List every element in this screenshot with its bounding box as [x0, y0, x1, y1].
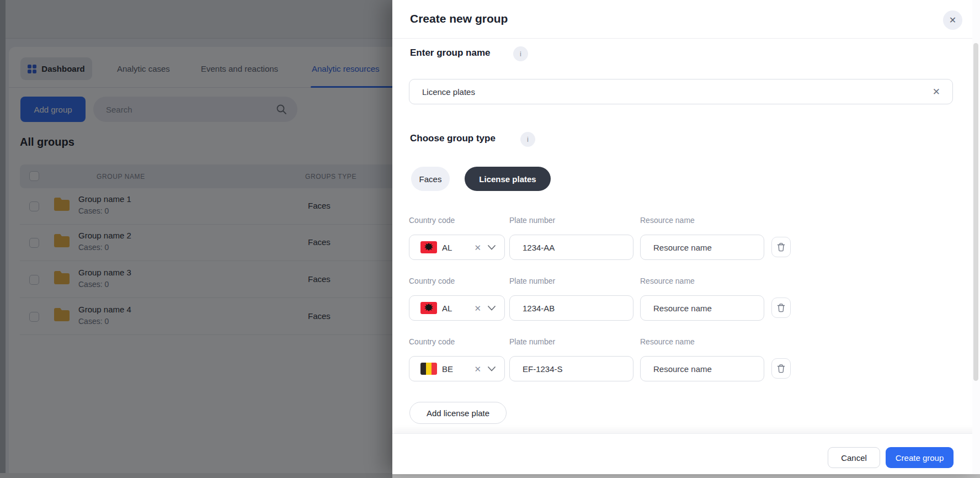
country-code-value: BE — [442, 364, 453, 374]
info-icon[interactable]: i — [513, 46, 528, 61]
resource-name-input[interactable] — [640, 295, 764, 321]
plate-number-input[interactable] — [509, 356, 633, 381]
country-code-value: AL — [442, 304, 452, 313]
group-type-option-license-plates[interactable]: License plates — [465, 167, 551, 191]
modal-scrollbar-thumb[interactable] — [973, 43, 978, 381]
resource-name-label: Resource name — [640, 277, 695, 285]
plate-number-label: Plate number — [509, 216, 555, 225]
delete-plate-row-button[interactable] — [771, 237, 791, 257]
resource-name-input[interactable] — [640, 235, 764, 260]
delete-plate-row-button[interactable] — [771, 358, 791, 379]
belgium-flag-icon — [420, 363, 437, 375]
clear-country-button[interactable]: ✕ — [472, 365, 483, 373]
app-window: Cameras Dashboard Analytic cases Events … — [0, 0, 980, 478]
country-code-select[interactable]: BE ✕ — [409, 356, 505, 381]
chevron-down-icon[interactable] — [488, 367, 496, 371]
group-name-field: ✕ — [409, 79, 953, 104]
horizontal-scrollbar-thumb[interactable] — [392, 474, 980, 478]
modal-title: Create new group — [410, 12, 508, 25]
clear-icon: ✕ — [933, 87, 940, 97]
resource-name-label: Resource name — [640, 337, 695, 346]
country-code-label: Country code — [409, 277, 455, 285]
chevron-down-icon[interactable] — [488, 306, 496, 311]
country-code-value: AL — [442, 243, 452, 252]
modal-footer: Cancel Create group — [392, 433, 980, 474]
create-group-button[interactable]: Create group — [886, 447, 954, 468]
clear-icon: ✕ — [474, 364, 481, 374]
clear-icon: ✕ — [474, 304, 481, 313]
group-name-input[interactable] — [409, 87, 933, 97]
country-code-select[interactable]: AL ✕ — [409, 235, 505, 260]
albania-flag-icon — [420, 302, 437, 314]
clear-group-name-button[interactable]: ✕ — [933, 87, 940, 97]
modal-header: Create new group ✕ — [392, 0, 980, 39]
group-type-option-faces[interactable]: Faces — [411, 167, 450, 191]
resource-name-input[interactable] — [640, 356, 764, 381]
group-name-section-heading: Enter group name — [410, 47, 490, 59]
clear-country-button[interactable]: ✕ — [472, 304, 483, 312]
country-code-label: Country code — [409, 216, 455, 225]
add-license-plate-button[interactable]: Add license plate — [409, 402, 507, 424]
clear-icon: ✕ — [474, 243, 481, 252]
country-code-label: Country code — [409, 337, 455, 346]
close-icon: ✕ — [949, 15, 956, 25]
plate-number-input[interactable] — [509, 235, 633, 260]
close-button[interactable]: ✕ — [943, 10, 962, 30]
trash-icon — [777, 303, 785, 312]
albania-flag-icon — [420, 241, 437, 253]
group-type-section-heading: Choose group type — [410, 133, 496, 144]
delete-plate-row-button[interactable] — [771, 298, 791, 318]
plate-number-input[interactable] — [509, 295, 633, 321]
cancel-button[interactable]: Cancel — [828, 447, 880, 468]
info-icon[interactable]: i — [520, 132, 535, 147]
clear-country-button[interactable]: ✕ — [472, 243, 483, 252]
trash-icon — [777, 242, 785, 252]
create-group-modal: Create new group ✕ Enter group name i ✕ … — [392, 0, 980, 474]
plate-number-label: Plate number — [509, 337, 555, 346]
chevron-down-icon[interactable] — [488, 245, 496, 250]
plate-number-label: Plate number — [509, 277, 555, 285]
resource-name-label: Resource name — [640, 216, 695, 225]
trash-icon — [777, 364, 785, 373]
modal-scrollbar[interactable] — [972, 0, 980, 474]
country-code-select[interactable]: AL ✕ — [409, 295, 505, 321]
